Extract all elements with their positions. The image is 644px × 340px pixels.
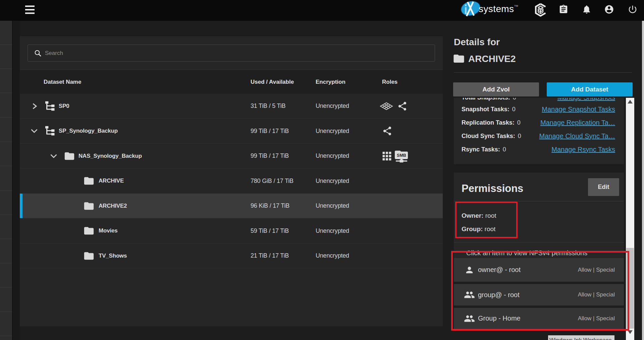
svg-text:systems: systems <box>479 4 514 14</box>
svg-text:SMB: SMB <box>397 153 406 157</box>
svg-text:TM: TM <box>514 4 518 7</box>
